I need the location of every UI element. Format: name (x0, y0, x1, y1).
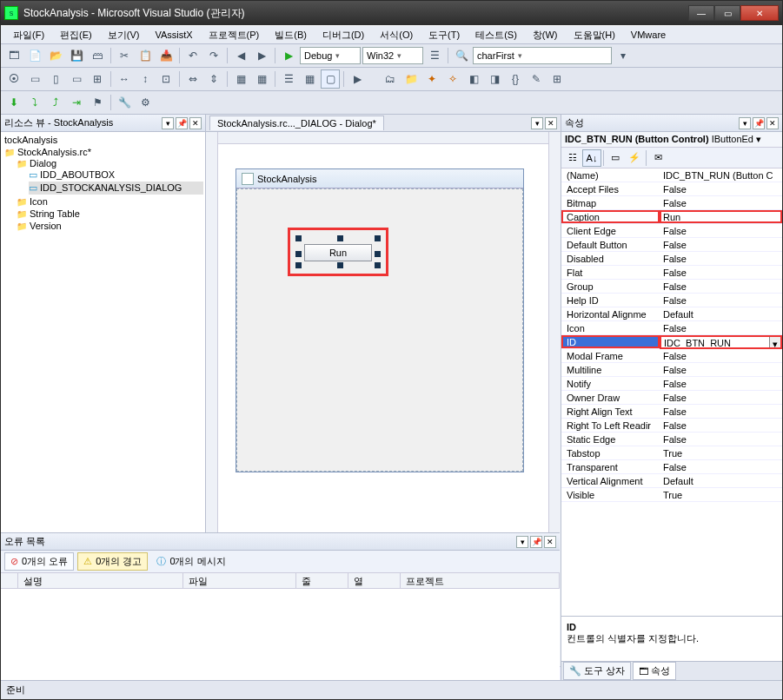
vax-icon-8[interactable]: ✎ (527, 69, 546, 89)
property-value[interactable]: False (660, 266, 782, 279)
property-value[interactable]: False (660, 280, 782, 293)
col-project[interactable]: 프로젝트 (401, 573, 560, 588)
save-icon[interactable]: 💾 (67, 46, 86, 65)
col-column[interactable]: 열 (348, 573, 401, 588)
copy-icon[interactable]: 📋 (136, 46, 155, 65)
start-debug-icon[interactable]: ▶ (279, 46, 298, 65)
property-row[interactable]: DisabledFalse (561, 252, 782, 266)
menu-test[interactable]: 테스트(S) (468, 27, 524, 43)
property-row[interactable]: Client EdgeFalse (561, 224, 782, 238)
prop-dropdown-icon[interactable]: ▾ (739, 117, 751, 129)
property-row[interactable]: Vertical AlignmentDefault (561, 474, 782, 488)
err-dropdown-icon[interactable]: ▾ (516, 536, 528, 548)
property-value[interactable]: False (660, 321, 782, 334)
tree-root[interactable]: tockAnalysis (4, 134, 203, 146)
tree-version[interactable]: Version (30, 221, 62, 231)
messages-icon[interactable]: ✉ (648, 149, 667, 167)
save-all-icon[interactable]: 🗃 (88, 46, 107, 65)
resize-handle[interactable] (375, 235, 381, 241)
property-value[interactable]: False (660, 224, 782, 237)
align-icon-3[interactable]: ▭ (67, 69, 86, 89)
guides-icon[interactable]: ▢ (321, 69, 340, 89)
property-row[interactable]: Right Align TextFalse (561, 405, 782, 419)
align-icon-6[interactable]: ↕ (136, 69, 155, 89)
vax-icon-9[interactable]: ⊞ (547, 69, 567, 89)
property-row[interactable]: Modal FrameFalse (561, 349, 782, 363)
filter-errors[interactable]: ⊘0개의 오류 (4, 552, 74, 571)
platform-combo[interactable]: Win32▾ (362, 47, 423, 64)
property-value[interactable]: False (660, 377, 782, 390)
resize-handle[interactable] (337, 235, 343, 241)
tab-order-icon[interactable]: ☰ (279, 69, 298, 89)
categorized-icon[interactable]: ☷ (563, 149, 582, 167)
property-value[interactable]: False (660, 349, 782, 362)
vax-icon-6[interactable]: ◨ (485, 69, 504, 89)
toolbar-overflow-icon[interactable]: ▾ (614, 46, 633, 65)
maximize-button[interactable]: ▭ (714, 5, 740, 21)
align-left-icon[interactable]: ⦿ (4, 69, 23, 89)
menu-vmware[interactable]: VMware (624, 28, 673, 42)
properties-object-combo[interactable]: IDC_BTN_RUN (Button Control) IButtonEd ▾ (561, 132, 782, 148)
property-value[interactable]: False (660, 433, 782, 446)
property-value[interactable]: Default (660, 474, 782, 487)
redo-icon[interactable]: ↷ (204, 46, 223, 65)
property-row[interactable]: TransparentFalse (561, 460, 782, 474)
property-value[interactable]: True (660, 488, 782, 501)
property-row[interactable]: NotifyFalse (561, 377, 782, 391)
alphabetical-icon[interactable]: A↓ (582, 149, 601, 167)
debug-icon-1[interactable]: ⬇ (4, 93, 23, 112)
close-button[interactable]: ✕ (740, 5, 779, 21)
center-v-icon[interactable]: ▦ (252, 69, 271, 89)
dialog-preview[interactable]: StockAnalysis Run (236, 168, 524, 472)
property-value[interactable]: False (660, 419, 782, 432)
space-h-icon[interactable]: ⇔ (183, 69, 202, 89)
pane-pin-icon[interactable]: 📌 (176, 117, 188, 129)
property-value[interactable]: Default (660, 307, 782, 320)
nav-fwd-icon[interactable]: ▶ (252, 46, 271, 65)
align-icon-2[interactable]: ▯ (46, 69, 65, 89)
menu-vassistx[interactable]: VAssistX (148, 28, 199, 42)
events-icon[interactable]: ⚡ (625, 149, 644, 167)
property-dropdown-icon[interactable]: ▾ (769, 336, 781, 349)
property-value[interactable]: Run (660, 210, 782, 223)
cut-icon[interactable]: ✂ (115, 46, 134, 65)
property-value[interactable]: IDC_BTN_RUN (Button C (660, 168, 782, 182)
vax-icon-5[interactable]: ◧ (464, 69, 483, 89)
filter-warnings[interactable]: ⚠0개의 경고 (77, 552, 148, 571)
property-value[interactable]: False (660, 405, 782, 418)
error-list-body[interactable] (1, 589, 560, 680)
minimize-button[interactable]: — (688, 5, 714, 21)
vax-icon-1[interactable]: 🗂 (381, 69, 400, 89)
align-icon-1[interactable]: ▭ (25, 69, 44, 89)
find-files-icon[interactable]: 🔍 (452, 46, 471, 65)
debug-icon-6[interactable]: 🔧 (115, 93, 134, 112)
col-file[interactable]: 파일 (183, 573, 296, 588)
property-row[interactable]: Default ButtonFalse (561, 238, 782, 252)
menu-build[interactable]: 빌드(B) (268, 27, 314, 43)
property-row[interactable]: Owner DrawFalse (561, 391, 782, 405)
property-row[interactable]: Static EdgeFalse (561, 433, 782, 446)
property-value[interactable]: False (660, 252, 782, 265)
property-value[interactable]: False (660, 238, 782, 251)
property-row[interactable]: FlatFalse (561, 266, 782, 280)
resize-handle[interactable] (295, 262, 302, 268)
property-value[interactable]: False (660, 294, 782, 307)
property-value[interactable]: True (660, 446, 782, 459)
resize-handle[interactable] (375, 262, 381, 268)
paste-icon[interactable]: 📥 (156, 46, 176, 65)
toolbar-btn-a[interactable]: ☰ (425, 46, 444, 65)
property-row[interactable]: Accept FilesFalse (561, 182, 782, 196)
filter-messages[interactable]: ⓘ0개의 메시지 (151, 553, 230, 570)
document-tab[interactable]: StockAnalysis.rc..._DIALOG - Dialog* (209, 116, 384, 130)
align-icon-5[interactable]: ↔ (115, 69, 134, 89)
prop-pin-icon[interactable]: 📌 (753, 117, 765, 129)
property-value[interactable]: False (660, 391, 782, 404)
property-row[interactable]: MultilineFalse (561, 363, 782, 377)
property-row[interactable]: CaptionRun (561, 210, 782, 224)
prop-pages-icon[interactable]: ▭ (606, 149, 625, 167)
prop-close-icon[interactable]: ✕ (766, 117, 779, 129)
resize-handle[interactable] (337, 262, 343, 268)
pane-close-icon[interactable]: ✕ (189, 117, 202, 129)
resize-handle[interactable] (295, 251, 302, 257)
tree-rc[interactable]: StockAnalysis.rc* (17, 147, 91, 157)
